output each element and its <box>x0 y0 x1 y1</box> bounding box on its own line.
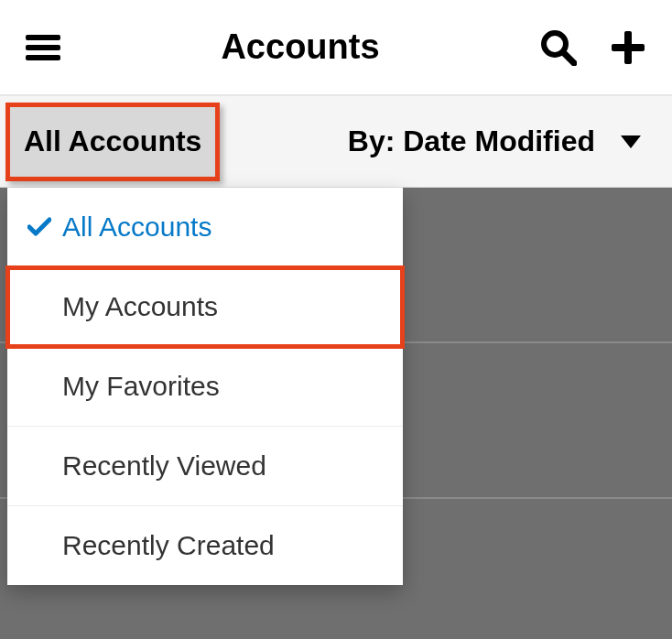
filter-option[interactable]: Recently Viewed <box>7 427 403 506</box>
filter-option[interactable]: My Accounts <box>7 267 403 347</box>
filter-option-label: Recently Created <box>62 530 386 561</box>
filter-button[interactable]: All Accounts <box>5 103 220 181</box>
header: Accounts <box>0 0 672 96</box>
sort-label: By: Date Modified <box>348 125 595 158</box>
hamburger-icon <box>26 33 60 62</box>
filter-option-label: My Favorites <box>62 371 386 402</box>
header-right <box>540 29 646 66</box>
subheader: All Accounts By: Date Modified <box>0 96 672 188</box>
svg-rect-6 <box>612 44 645 51</box>
sort-button[interactable]: By: Date Modified <box>348 125 672 158</box>
add-button[interactable] <box>610 29 646 66</box>
plus-icon <box>610 29 646 66</box>
filter-option-label: Recently Viewed <box>62 450 386 482</box>
main-content: All AccountsMy AccountsMy FavoritesRecen… <box>0 188 672 639</box>
filter-option[interactable]: My Favorites <box>7 347 403 427</box>
filter-option[interactable]: Recently Created <box>7 506 403 585</box>
svg-rect-0 <box>26 35 60 40</box>
search-button[interactable] <box>540 29 577 66</box>
svg-marker-7 <box>621 135 641 148</box>
filter-option-label: All Accounts <box>62 211 386 243</box>
page-title: Accounts <box>60 27 540 67</box>
filter-dropdown: All AccountsMy AccountsMy FavoritesRecen… <box>7 188 403 585</box>
filter-option-label: My Accounts <box>62 291 386 322</box>
menu-button[interactable] <box>26 33 60 62</box>
svg-rect-1 <box>26 45 60 50</box>
check-slot <box>27 217 62 237</box>
check-icon <box>27 217 51 237</box>
header-left <box>26 33 60 62</box>
filter-option[interactable]: All Accounts <box>7 188 403 267</box>
search-icon <box>540 29 577 66</box>
svg-line-4 <box>563 52 574 63</box>
caret-down-icon <box>621 135 641 148</box>
svg-rect-2 <box>26 55 60 60</box>
filter-label: All Accounts <box>24 125 201 158</box>
